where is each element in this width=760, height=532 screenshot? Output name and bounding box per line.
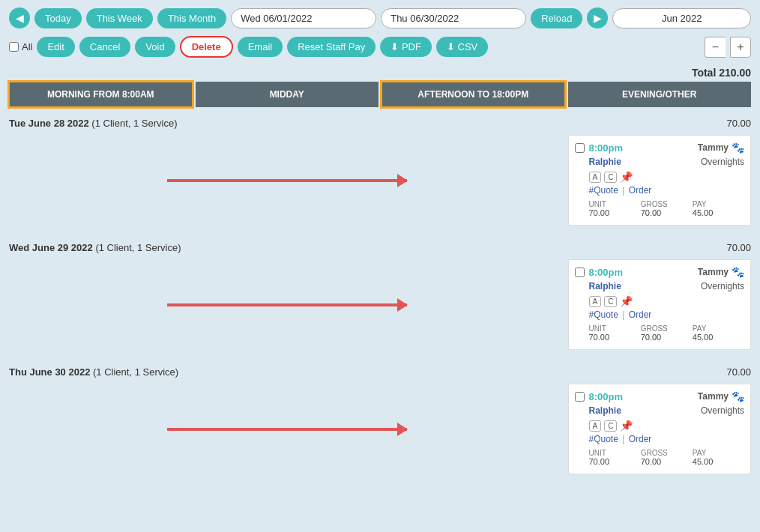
appt-checkbox-3[interactable] [575,392,585,402]
appt-time-2: 8:00pm [589,267,624,278]
appt-card-2: 8:00pm Tammy 🐾 Ralphie Overnights A [568,259,752,350]
arrow-cell-3 [9,384,565,474]
pay-value-2: 45.00 [693,333,744,342]
day-title-2: Wed June 29 2022 [9,242,93,253]
appt-card-3: 8:00pm Tammy 🐾 Ralphie Overnights A [568,384,752,474]
appt-checkbox-1[interactable] [575,143,585,153]
arrow-cell-2 [9,259,565,350]
pin-icon-3: 📌 [620,420,633,432]
appt-staff-2: Tammy [698,267,729,277]
arrow-2 [167,303,407,306]
day-subtitle-1: (1 Client, 1 Service) [91,118,177,129]
tag-c-1[interactable]: C [604,172,617,183]
tag-a-3[interactable]: A [589,420,602,432]
quote-link-1[interactable]: #Quote [589,185,618,196]
appt-links-3: #Quote | Order [589,434,745,444]
pay-label-3: PAY [693,449,744,457]
next-button[interactable]: ▶ [587,7,608,28]
this-month-button[interactable]: This Month [157,8,226,28]
appt-grid-2: 8:00pm Tammy 🐾 Ralphie Overnights A [9,259,751,350]
day-section-2: Wed June 29 2022 (1 Client, 1 Service) 7… [9,238,751,350]
all-label: All [22,41,32,52]
prev-button[interactable]: ◀ [9,7,30,28]
appt-staff-3: Tammy [698,391,729,402]
appt-checkbox-2[interactable] [575,267,585,277]
pay-label-1: PAY [693,200,744,208]
pdf-button[interactable]: ⬇ PDF [380,37,432,57]
date-from-input[interactable] [231,8,376,28]
quote-link-3[interactable]: #Quote [589,434,618,444]
day-header-3: Thu June 30 2022 (1 Client, 1 Service) 7… [9,362,751,384]
unit-value-1: 70.00 [589,208,641,217]
col-morning[interactable]: MORNING FROM 8:00AM [9,82,193,107]
void-button[interactable]: Void [135,37,175,57]
main-content: Tue June 28 2022 (1 Client, 1 Service) 7… [0,113,760,474]
order-link-3[interactable]: Order [629,434,652,444]
zoom-out-button[interactable]: − [705,37,726,58]
col-evening[interactable]: EVENING/OTHER [568,82,752,107]
day-total-2: 70.00 [726,242,751,253]
unit-label-3: UNIT [589,449,641,457]
order-link-2[interactable]: Order [629,309,652,320]
gross-value-3: 70.00 [641,457,693,466]
order-link-1[interactable]: Order [629,185,652,196]
appt-financials-2: UNIT 70.00 GROSS 70.00 PAY 45.00 [589,324,745,342]
appt-pet-3: Ralphie [589,405,621,416]
arrow-1 [167,179,407,182]
day-total-1: 70.00 [726,118,751,129]
reset-staff-pay-button[interactable]: Reset Staff Pay [287,37,376,57]
delete-button[interactable]: Delete [180,36,233,58]
arrow-line-2 [167,303,407,306]
tag-c-2[interactable]: C [604,296,617,307]
col-afternoon[interactable]: AFTERNOON TO 18:00PM [381,82,565,107]
appt-service-1: Overnights [701,157,744,167]
select-all-checkbox[interactable] [9,42,19,52]
edit-button[interactable]: Edit [37,37,74,57]
csv-button[interactable]: ⬇ CSV [436,37,488,57]
appt-financials-3: UNIT 70.00 GROSS 70.00 PAY 45.00 [589,449,745,466]
appt-financials-1: UNIT 70.00 GROSS 70.00 PAY 45.00 [589,200,745,217]
column-headers: MORNING FROM 8:00AM MIDDAY AFTERNOON TO … [9,82,751,107]
col-midday[interactable]: MIDDAY [196,82,379,107]
cancel-button[interactable]: Cancel [79,37,130,57]
paw-icon-3: 🐾 [732,390,744,402]
quote-link-2[interactable]: #Quote [589,309,618,320]
arrow-line-1 [167,179,407,182]
appt-tags-1: A C 📌 [589,171,745,183]
email-button[interactable]: Email [238,37,283,57]
day-subtitle-2: (1 Client, 1 Service) [95,242,181,253]
day-header-2: Wed June 29 2022 (1 Client, 1 Service) 7… [9,238,751,259]
pin-icon-2: 📌 [620,295,633,307]
appt-links-2: #Quote | Order [589,309,745,320]
appt-tags-3: A C 📌 [589,420,745,432]
unit-label-2: UNIT [589,324,641,333]
appt-grid-3: 8:00pm Tammy 🐾 Ralphie Overnights A [9,384,751,474]
pay-value-3: 45.00 [693,457,744,466]
unit-value-3: 70.00 [589,457,641,466]
tag-c-3[interactable]: C [604,420,617,432]
tag-a-1[interactable]: A [589,172,602,183]
gross-label-1: GROSS [641,200,693,208]
arrow-cell-1 [9,135,565,226]
today-button[interactable]: Today [34,8,82,28]
gross-value-1: 70.00 [641,208,693,217]
gross-label-2: GROSS [641,324,693,333]
toolbar: All Edit Cancel Void Delete Email Reset … [0,36,760,65]
appt-staff-1: Tammy [698,142,729,153]
unit-value-2: 70.00 [589,333,641,342]
date-to-input[interactable] [381,8,526,28]
reload-button[interactable]: Reload [531,8,582,28]
month-display: Jun 2022 [612,8,751,28]
day-section-1: Tue June 28 2022 (1 Client, 1 Service) 7… [9,113,751,226]
select-all-label[interactable]: All [9,41,32,52]
tag-a-2[interactable]: A [589,296,602,307]
pin-icon-1: 📌 [620,171,633,183]
appt-pet-1: Ralphie [589,157,621,167]
day-subtitle-3: (1 Client, 1 Service) [93,366,178,378]
zoom-in-button[interactable]: + [730,37,751,58]
appt-links-1: #Quote | Order [589,185,745,196]
total-label: Total 210.00 [692,67,751,79]
total-row: Total 210.00 [0,65,760,82]
this-week-button[interactable]: This Week [86,8,153,28]
appt-tags-2: A C 📌 [589,295,745,307]
